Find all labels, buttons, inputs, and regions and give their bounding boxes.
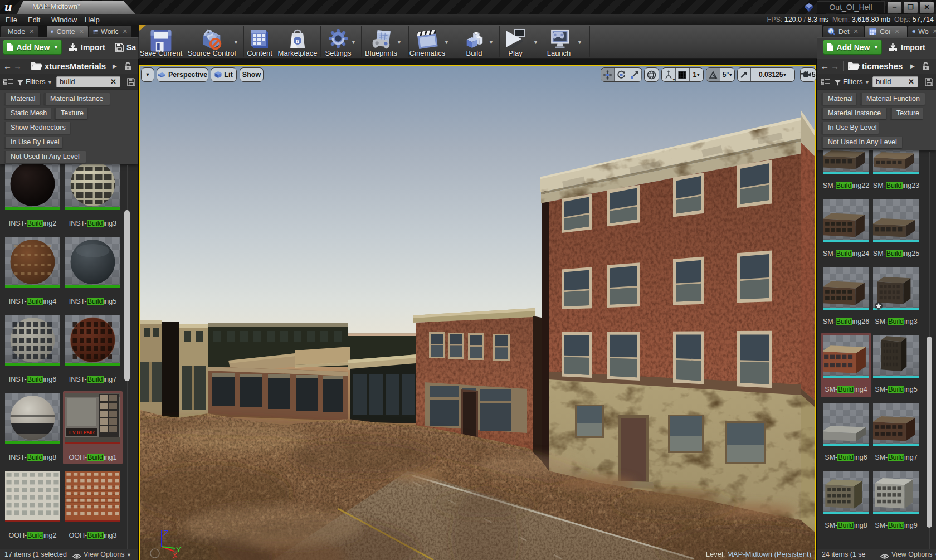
svg-text:Y: Y <box>176 546 181 554</box>
svg-text:u: u <box>296 37 299 44</box>
svg-text:u: u <box>4 1 12 14</box>
svg-text:Level: MAP-Midtown (Persisten: Level: MAP-Midtown (Persistent) <box>706 550 811 558</box>
svg-text:T V REPAIR: T V REPAIR <box>68 430 94 435</box>
svg-text:Z: Z <box>164 529 168 537</box>
